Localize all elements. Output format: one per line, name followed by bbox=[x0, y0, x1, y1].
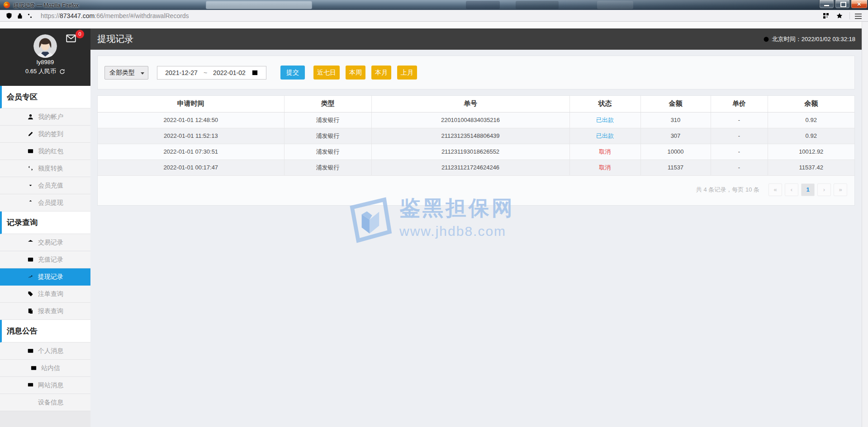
chart-icon bbox=[27, 273, 34, 280]
username: ly8989 bbox=[0, 59, 90, 66]
permissions-icon[interactable] bbox=[26, 12, 33, 19]
avatar[interactable] bbox=[33, 28, 57, 58]
first-page-button[interactable]: « bbox=[768, 183, 782, 196]
info-icon bbox=[27, 399, 34, 406]
id-card-icon bbox=[27, 347, 34, 354]
aero-glass-reflection bbox=[597, 1, 633, 9]
urlbar: https://873447.com:66/member/#/withdrawa… bbox=[0, 10, 868, 22]
date-from: 2021-12-27 bbox=[165, 69, 198, 76]
url-host: 873447.com bbox=[60, 12, 95, 19]
col-balance: 余额 bbox=[768, 96, 854, 112]
sidebar-item-deposit-records[interactable]: 充值记录 bbox=[0, 251, 90, 268]
sidebar-item-bet-query[interactable]: 注单查询 bbox=[0, 286, 90, 303]
menu-icon[interactable] bbox=[855, 14, 862, 14]
submit-button[interactable]: 提交 bbox=[280, 66, 305, 80]
sidebar-item-my-redpacket[interactable]: 我的红包 bbox=[0, 143, 90, 160]
sidebar-section-messages: 消息公告 bbox=[0, 320, 90, 343]
prev-page-button[interactable]: ‹ bbox=[785, 183, 798, 196]
sidebar-item-withdrawal-records[interactable]: 提现记录 bbox=[0, 268, 90, 286]
sidebar: 0 ly8989 0.65 人民币 会员专区 我的帐户 我的签到 我的红包 额度… bbox=[0, 28, 90, 427]
aero-glass-reflection bbox=[466, 1, 500, 9]
this-week-button[interactable]: 本周 bbox=[346, 66, 365, 80]
col-status: 状态 bbox=[569, 96, 640, 112]
filter-bar: 全部类型 2021-12-27 ~ 2022-01-02 提交 近七日 本周 本… bbox=[97, 56, 855, 89]
sidebar-item-my-account[interactable]: 我的帐户 bbox=[0, 108, 90, 126]
pagination: 共 4 条记录，每页 10 条 « ‹ 1 › » bbox=[98, 183, 854, 196]
mail-badge: 0 bbox=[76, 30, 84, 38]
bank-icon bbox=[27, 239, 34, 246]
url-path: :66/member/#/withdrawalRecords bbox=[95, 12, 189, 19]
withdrawal-records-table: 申请时间 类型 单号 状态 金额 单价 余额 2022-01-01 12:48:… bbox=[98, 96, 854, 176]
chevron-down-icon bbox=[141, 72, 144, 75]
status-badge: 取消 bbox=[569, 160, 640, 175]
type-select[interactable]: 全部类型 bbox=[104, 66, 148, 80]
sidebar-item-site-mail[interactable]: 站内信 bbox=[0, 360, 90, 377]
col-unit-price: 单价 bbox=[711, 96, 768, 112]
date-range-input[interactable]: 2021-12-27 ~ 2022-01-02 bbox=[157, 66, 266, 80]
col-order-no: 单号 bbox=[371, 96, 569, 112]
address-field[interactable]: https://873447.com:66/member/#/withdrawa… bbox=[41, 12, 189, 19]
status-badge: 取消 bbox=[569, 144, 640, 160]
sidebar-section-member: 会员专区 bbox=[0, 86, 90, 108]
table-header-row: 申请时间 类型 单号 状态 金额 单价 余额 bbox=[98, 96, 854, 112]
card-icon bbox=[27, 256, 34, 263]
scrollbar[interactable] bbox=[862, 22, 868, 427]
sidebar-item-my-checkin[interactable]: 我的签到 bbox=[0, 126, 90, 143]
refresh-icon[interactable] bbox=[59, 69, 65, 75]
last-7-days-button[interactable]: 近七日 bbox=[313, 66, 340, 80]
sidebar-item-deposit[interactable]: 会员充值 bbox=[0, 177, 90, 194]
aero-glass-reflection bbox=[206, 1, 312, 9]
beijing-time: 北京时间：2022/01/02 03:32:18 bbox=[772, 35, 855, 43]
window-title: 提现记录 — Mozilla Firefox bbox=[14, 2, 79, 9]
balance: 0.65 人民币 bbox=[25, 67, 56, 75]
sidebar-item-device-info[interactable]: 设备信息 bbox=[0, 394, 90, 411]
toolbar-divider bbox=[849, 12, 850, 19]
table-row: 2022-01-01 00:17:47浦发银行21123112172462424… bbox=[98, 160, 854, 175]
sidebar-item-quota-transfer[interactable]: 额度转换 bbox=[0, 160, 90, 177]
sidebar-item-transaction-records[interactable]: 交易记录 bbox=[0, 234, 90, 251]
upload-icon bbox=[27, 199, 34, 206]
table-row: 2022-01-01 12:48:50浦发银行22010100483403521… bbox=[98, 112, 854, 128]
status-badge: 已出款 bbox=[569, 128, 640, 144]
sidebar-item-personal-messages[interactable]: 个人消息 bbox=[0, 343, 90, 360]
page-1-button[interactable]: 1 bbox=[801, 183, 815, 196]
sidebar-section-records: 记录查询 bbox=[0, 211, 90, 234]
restore-button[interactable] bbox=[835, 0, 850, 9]
page-top-strip bbox=[0, 22, 862, 28]
this-month-button[interactable]: 本月 bbox=[371, 66, 391, 80]
calendar-icon[interactable] bbox=[251, 69, 258, 76]
sidebar-item-report-query[interactable]: 报表查询 bbox=[0, 303, 90, 320]
minimize-button[interactable] bbox=[819, 0, 834, 9]
sidebar-item-withdraw[interactable]: 会员提现 bbox=[0, 194, 90, 211]
qr-code-icon[interactable] bbox=[822, 12, 830, 19]
url-scheme: https:// bbox=[41, 12, 60, 19]
date-separator: ~ bbox=[204, 69, 207, 76]
records-panel: 申请时间 类型 单号 状态 金额 单价 余额 2022-01-01 12:48:… bbox=[97, 95, 855, 206]
last-page-button[interactable]: » bbox=[834, 183, 847, 196]
download-icon bbox=[27, 182, 34, 189]
envelope-icon bbox=[27, 148, 34, 155]
last-month-button[interactable]: 上月 bbox=[397, 66, 417, 80]
tracking-protection-shield-icon[interactable] bbox=[5, 12, 13, 19]
clock-icon bbox=[763, 36, 769, 42]
page-header: 提现记录 北京时间：2022/01/02 03:32:18 bbox=[90, 28, 862, 50]
main-content: 全部类型 2021-12-27 ~ 2022-01-02 提交 近七日 本周 本… bbox=[90, 50, 862, 427]
titlebar: 提现记录 — Mozilla Firefox bbox=[0, 0, 868, 10]
next-page-button[interactable]: › bbox=[817, 183, 831, 196]
user-icon bbox=[27, 113, 34, 120]
status-badge: 已出款 bbox=[569, 112, 640, 128]
monitor-icon bbox=[27, 382, 34, 389]
envelope-icon bbox=[30, 365, 37, 371]
table-row: 2022-01-01 07:30:51浦发银行21123119301862655… bbox=[98, 144, 854, 160]
lock-icon[interactable] bbox=[16, 12, 24, 19]
aero-glass-reflection bbox=[516, 1, 559, 9]
sidebar-item-site-messages[interactable]: 网站消息 bbox=[0, 377, 90, 394]
bookmark-star-icon[interactable] bbox=[836, 12, 843, 19]
watermark-url: www.jhdb8.com bbox=[399, 224, 515, 239]
page-title: 提现记录 bbox=[97, 33, 133, 45]
report-icon bbox=[27, 308, 34, 314]
col-apply-time: 申请时间 bbox=[98, 96, 284, 112]
transfer-arrows-icon bbox=[27, 165, 34, 172]
close-button[interactable] bbox=[851, 0, 868, 9]
records-summary: 共 4 条记录，每页 10 条 bbox=[696, 186, 759, 194]
